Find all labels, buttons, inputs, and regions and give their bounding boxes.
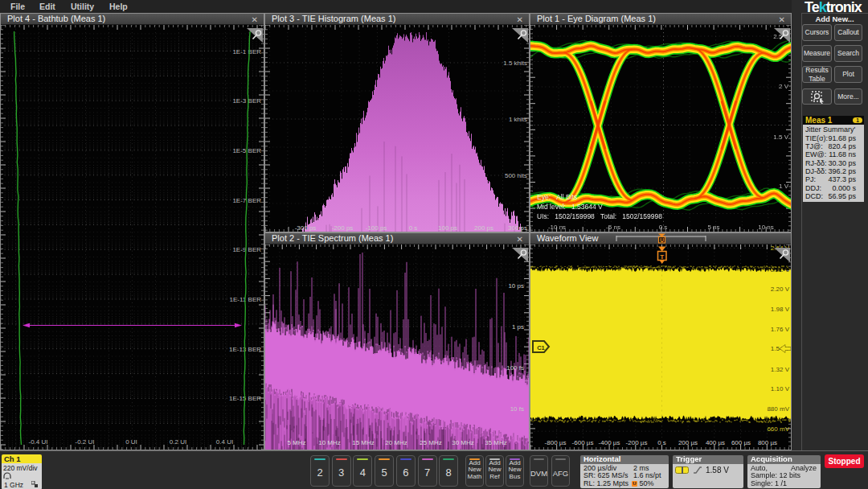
svg-text:400 µs: 400 µs bbox=[706, 439, 725, 446]
svg-text:2.20 V: 2.20 V bbox=[771, 286, 790, 293]
svg-text:800 µs: 800 µs bbox=[758, 439, 777, 446]
svg-text:1E-3 BER: 1E-3 BER bbox=[232, 97, 261, 105]
svg-text:300 ps: 300 ps bbox=[508, 224, 527, 232]
svg-text:0 s: 0 s bbox=[659, 224, 668, 231]
svg-text:-10 ns: -10 ns bbox=[548, 224, 566, 231]
svg-text:30 MHz: 30 MHz bbox=[452, 439, 474, 446]
svg-text:Eye: All Bits: Eye: All Bits bbox=[537, 193, 577, 201]
svg-text:5 ns: 5 ns bbox=[707, 224, 719, 231]
svg-text:1.5 khits: 1.5 khits bbox=[503, 60, 527, 67]
svg-text:1 khits: 1 khits bbox=[509, 116, 527, 123]
svg-text:5 MHz: 5 MHz bbox=[287, 439, 305, 446]
svg-text:-800 µs: -800 µs bbox=[545, 439, 567, 446]
svg-text:35 MHz: 35 MHz bbox=[485, 439, 507, 446]
svg-text:T: T bbox=[660, 253, 664, 261]
svg-text:2 V: 2 V bbox=[779, 83, 789, 90]
svg-text:100 fs: 100 fs bbox=[506, 364, 524, 372]
svg-text:-400 µs: -400 µs bbox=[599, 439, 620, 446]
svg-text:10 ps: 10 ps bbox=[508, 282, 524, 290]
svg-text:U: U bbox=[660, 237, 664, 243]
svg-text:UIs: 1502/159998 Total:: UIs: 1502/159998 Total: 1502/159998 bbox=[537, 212, 662, 220]
svg-text:0 s: 0 s bbox=[409, 224, 418, 232]
svg-text:0.4 UI: 0.4 UI bbox=[216, 438, 233, 446]
svg-text:10 MHz: 10 MHz bbox=[318, 439, 341, 446]
svg-text:1.10 V: 1.10 V bbox=[771, 385, 790, 392]
svg-text:C1: C1 bbox=[537, 344, 545, 351]
svg-text:1E-1 BER: 1E-1 BER bbox=[232, 48, 261, 55]
svg-text:2.42 V: 2.42 V bbox=[771, 266, 790, 273]
svg-text:10 fs: 10 fs bbox=[510, 405, 524, 413]
svg-text:-200 µs: -200 µs bbox=[626, 439, 648, 446]
svg-text:0 s: 0 s bbox=[657, 439, 666, 446]
svg-text:-0.2 UI: -0.2 UI bbox=[75, 438, 94, 446]
svg-text:-100 ps: -100 ps bbox=[366, 224, 387, 232]
svg-text:500 hits: 500 hits bbox=[505, 172, 527, 179]
svg-text:200 ps: 200 ps bbox=[474, 224, 493, 232]
svg-text:1.98 V: 1.98 V bbox=[771, 306, 790, 313]
svg-text:660 mV: 660 mV bbox=[767, 425, 789, 433]
svg-text:880 mV: 880 mV bbox=[767, 405, 789, 413]
svg-text:-0.4 UI: -0.4 UI bbox=[28, 438, 47, 446]
svg-text:10 ns: 10 ns bbox=[758, 224, 774, 231]
svg-text:200 µs: 200 µs bbox=[678, 439, 698, 446]
svg-text:0.2 UI: 0.2 UI bbox=[170, 438, 186, 446]
svg-text:25 MHz: 25 MHz bbox=[420, 439, 442, 446]
svg-text:-5 ns: -5 ns bbox=[606, 224, 620, 231]
svg-text:1.5 V: 1.5 V bbox=[773, 134, 788, 141]
svg-text:15 MHz: 15 MHz bbox=[352, 439, 375, 446]
svg-text:20 MHz: 20 MHz bbox=[385, 439, 407, 446]
svg-text:1 V: 1 V bbox=[779, 183, 789, 190]
svg-text:-200 ps: -200 ps bbox=[332, 224, 354, 232]
svg-text:0 UI: 0 UI bbox=[125, 438, 137, 446]
svg-text:100 ps: 100 ps bbox=[438, 224, 457, 232]
svg-text:Mid level: 1.53644 V: Mid level: 1.53644 V bbox=[537, 203, 603, 211]
svg-text:1E-9 BER: 1E-9 BER bbox=[232, 246, 261, 253]
svg-text:1.32 V: 1.32 V bbox=[771, 366, 790, 373]
svg-text:-300 ps: -300 ps bbox=[295, 224, 317, 232]
svg-text:1.76 V: 1.76 V bbox=[771, 326, 790, 333]
svg-text:-600 µs: -600 µs bbox=[572, 439, 594, 446]
svg-text:1 ps: 1 ps bbox=[512, 323, 524, 331]
svg-text:600 µs: 600 µs bbox=[731, 439, 751, 446]
